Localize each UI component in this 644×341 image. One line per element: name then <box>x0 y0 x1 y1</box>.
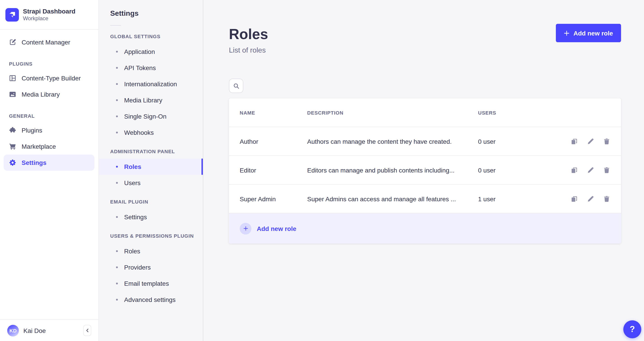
trash-icon <box>603 138 610 145</box>
subnav-item-webhooks[interactable]: Webhooks <box>99 124 203 141</box>
active-indicator <box>202 159 203 175</box>
avatar: KD <box>7 325 19 336</box>
workspace-switcher[interactable]: Strapi Dashboard Workplace <box>0 0 98 30</box>
main-content: Roles List of roles Add new role NAME DE… <box>203 0 644 341</box>
role-description: Authors can manage the content they have… <box>307 138 478 145</box>
subnav-item-label: Media Library <box>124 97 162 104</box>
page-subtitle: List of roles <box>229 45 268 56</box>
app-window: Strapi Dashboard Workplace Content Manag… <box>0 0 644 341</box>
role-name: Editor <box>240 166 307 174</box>
search-button[interactable] <box>229 79 243 93</box>
subnav-item-label: Roles <box>124 163 141 170</box>
subnav-item-api-tokens[interactable]: API Tokens <box>99 60 203 76</box>
delete-role-button[interactable] <box>603 138 610 145</box>
subnav-item-single-sign-on[interactable]: Single Sign-On <box>99 108 203 124</box>
delete-role-button[interactable] <box>603 166 610 174</box>
column-header-description: DESCRIPTION <box>307 110 478 115</box>
bullet-icon <box>116 299 118 301</box>
subnav-item-up-email-templates[interactable]: Email templates <box>99 275 203 292</box>
bullet-icon <box>116 67 118 69</box>
add-new-role-button[interactable]: Add new role <box>556 24 621 42</box>
duplicate-role-button[interactable] <box>571 195 578 202</box>
subnav-section-label: GLOBAL SETTINGS <box>110 33 203 40</box>
add-new-role-footer-label: Add new role <box>257 225 296 232</box>
nav-item-label: Content Manager <box>22 39 70 46</box>
settings-subnav: Settings GLOBAL SETTINGS Application API… <box>99 0 203 341</box>
nav-item-marketplace[interactable]: Marketplace <box>4 138 94 155</box>
delete-role-button[interactable] <box>603 195 610 202</box>
search-icon <box>233 82 240 89</box>
table-row-super-admin[interactable]: Super Admin Super Admins can access and … <box>229 185 621 213</box>
subnav-section-label: ADMINISTRATION PANEL <box>110 148 203 155</box>
nav-item-settings[interactable]: Settings <box>4 155 94 171</box>
collapse-sidebar-button[interactable] <box>83 325 91 336</box>
edit-role-button[interactable] <box>587 166 594 174</box>
subnav-item-label: Internationalization <box>124 80 177 88</box>
cart-icon <box>9 143 16 150</box>
column-header-name: NAME <box>240 110 307 115</box>
column-header-users: USERS <box>478 110 554 115</box>
subnav-item-label: Single Sign-On <box>124 113 166 120</box>
edit-role-button[interactable] <box>587 138 594 145</box>
user-menu[interactable]: KD Kai Doe <box>7 325 46 336</box>
page-title: Roles <box>229 25 268 43</box>
subnav-item-admin-users[interactable]: Users <box>99 175 203 191</box>
workspace-subtitle: Workplace <box>23 15 75 22</box>
add-new-role-label: Add new role <box>574 29 613 37</box>
help-button[interactable]: ? <box>623 320 641 338</box>
nav-item-plugins[interactable]: Plugins <box>4 122 94 138</box>
subnav-section-label: EMAIL PLUGIN <box>110 198 203 205</box>
add-new-role-footer-button[interactable]: Add new role <box>229 213 621 244</box>
subnav-item-up-roles[interactable]: Roles <box>99 243 203 259</box>
nav-item-content-manager[interactable]: Content Manager <box>4 34 94 50</box>
nav-item-media-library[interactable]: Media Library <box>4 86 94 102</box>
subnav-item-up-advanced-settings[interactable]: Advanced settings <box>99 292 203 308</box>
nav-section-plugins: PLUGINS <box>9 61 98 66</box>
edit-role-button[interactable] <box>587 195 594 202</box>
table-row-editor[interactable]: Editor Editors can manage and publish co… <box>229 156 621 185</box>
bullet-icon <box>116 266 118 268</box>
duplicate-icon <box>571 138 578 145</box>
role-description: Super Admins can access and manage all f… <box>307 195 478 202</box>
duplicate-icon <box>571 195 578 202</box>
nav-item-label: Content-Type Builder <box>22 75 81 82</box>
bullet-icon <box>116 283 118 284</box>
nav-item-label: Marketplace <box>22 143 56 150</box>
nav-item-label: Plugins <box>22 127 42 134</box>
bullet-icon <box>116 83 118 85</box>
subnav-section-administration-panel: ADMINISTRATION PANEL Roles Users <box>99 148 203 191</box>
image-icon <box>9 91 16 98</box>
divider <box>110 25 121 26</box>
subnav-item-up-providers[interactable]: Providers <box>99 259 203 275</box>
main-sidebar: Strapi Dashboard Workplace Content Manag… <box>0 0 99 341</box>
user-name: Kai Doe <box>24 327 46 334</box>
subnav-item-label: Email templates <box>124 280 169 287</box>
puzzle-icon <box>9 127 16 134</box>
subnav-section-global-settings: GLOBAL SETTINGS Application API Tokens I… <box>99 33 203 141</box>
bullet-icon <box>116 99 118 101</box>
table-row-author[interactable]: Author Authors can manage the content th… <box>229 127 621 156</box>
subnav-item-admin-roles[interactable]: Roles <box>99 159 203 175</box>
subnav-section-email-plugin: EMAIL PLUGIN Settings <box>99 198 203 225</box>
nav-item-label: Media Library <box>22 91 60 98</box>
subnav-item-media-library[interactable]: Media Library <box>99 92 203 108</box>
nav-item-content-type-builder[interactable]: Content-Type Builder <box>4 70 94 86</box>
main-nav: Content Manager PLUGINS Content-Type Bui… <box>0 30 98 320</box>
subnav-item-label: API Tokens <box>124 64 156 71</box>
duplicate-role-button[interactable] <box>571 166 578 174</box>
trash-icon <box>603 166 610 174</box>
question-mark-icon: ? <box>630 324 635 334</box>
duplicate-icon <box>571 166 578 174</box>
role-users-count: 1 user <box>478 195 554 202</box>
subnav-item-internationalization[interactable]: Internationalization <box>99 76 203 92</box>
subnav-item-application[interactable]: Application <box>99 43 203 60</box>
row-actions <box>554 195 610 202</box>
role-users-count: 0 user <box>478 166 554 174</box>
role-description: Editors can manage and publish contents … <box>307 166 478 174</box>
duplicate-role-button[interactable] <box>571 138 578 145</box>
subnav-item-label: Users <box>124 179 140 186</box>
subnav-item-email-settings[interactable]: Settings <box>99 209 203 225</box>
bullet-icon <box>116 250 118 252</box>
chevron-left-icon <box>85 328 90 333</box>
subnav-item-label: Roles <box>124 248 140 255</box>
